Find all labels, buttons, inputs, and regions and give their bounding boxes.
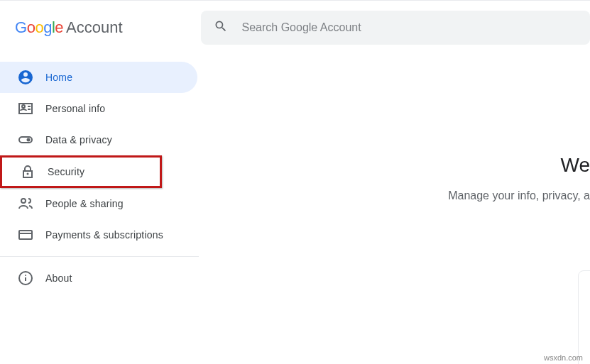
search-icon [214, 19, 228, 36]
svg-point-1 [27, 138, 31, 142]
svg-rect-3 [19, 231, 32, 239]
header: Google Account [0, 0, 590, 47]
main: Home Personal info Data & privacy Securi… [0, 50, 590, 294]
svg-point-7 [25, 275, 26, 276]
sidebar-item-payments[interactable]: Payments & subscriptions [0, 219, 197, 250]
toggle-icon [17, 131, 34, 148]
sidebar-item-label: About [45, 272, 72, 284]
sidebar-item-home[interactable]: Home [0, 62, 197, 93]
svg-point-2 [27, 173, 29, 175]
search-bar[interactable] [201, 11, 590, 45]
google-account-logo[interactable]: Google Account [15, 18, 123, 37]
sidebar-item-security[interactable]: Security [0, 155, 162, 188]
google-logo-text: Google [15, 18, 63, 37]
sidebar: Home Personal info Data & privacy Securi… [0, 50, 199, 294]
privacy-personalization-card[interactable]: Privacy & personalization See the data i… [578, 270, 590, 364]
search-input[interactable] [242, 21, 577, 34]
sidebar-item-label: Payments & subscriptions [45, 229, 163, 241]
subheading-partial: Manage your info, privacy, a [448, 189, 590, 202]
people-icon [17, 195, 34, 212]
sidebar-item-label: Data & privacy [45, 134, 112, 145]
sidebar-item-label: Home [45, 72, 72, 83]
sidebar-item-label: People & sharing [45, 198, 124, 209]
user-circle-icon [17, 69, 34, 86]
welcome-heading-partial: We [561, 154, 591, 177]
sidebar-item-label: Personal info [45, 103, 105, 114]
watermark: wsxdn.com [544, 353, 583, 362]
sidebar-item-people-sharing[interactable]: People & sharing [0, 188, 197, 219]
divider [0, 256, 199, 257]
sidebar-item-personal-info[interactable]: Personal info [0, 93, 197, 124]
info-icon [17, 270, 34, 287]
sidebar-item-about[interactable]: About [0, 263, 197, 294]
id-card-icon [17, 100, 34, 117]
credit-card-icon [17, 226, 34, 243]
sidebar-item-label: Security [48, 166, 84, 177]
lock-icon [19, 163, 36, 180]
account-label: Account [66, 18, 123, 37]
content-area: We Manage your info, privacy, a Privacy … [199, 50, 590, 294]
sidebar-item-data-privacy[interactable]: Data & privacy [0, 124, 197, 155]
